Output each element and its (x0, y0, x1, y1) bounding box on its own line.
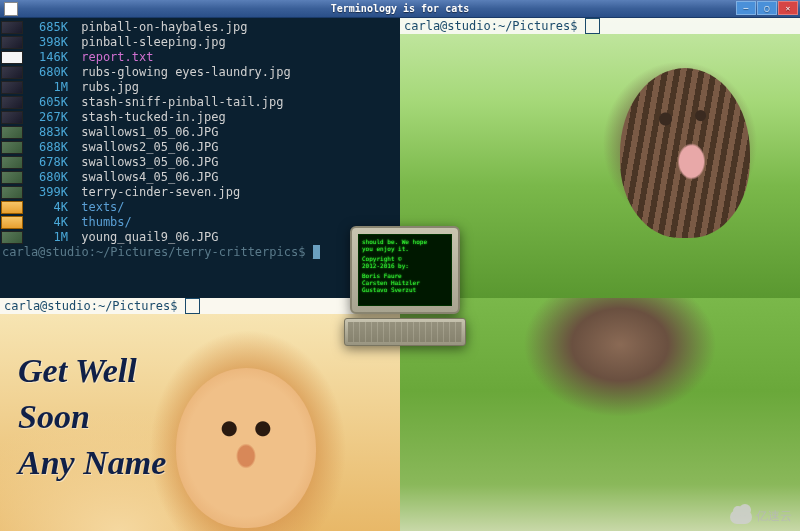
file-size: 1M (26, 80, 68, 95)
window-titlebar: Terminology is for cats — ▢ ✕ (0, 0, 800, 18)
file-size: 398K (26, 35, 68, 50)
list-item: 1M rubs.jpg (0, 80, 400, 95)
list-item: 146K report.txt (0, 50, 400, 65)
file-name: texts/ (74, 200, 125, 215)
file-thumbnail-icon (1, 231, 23, 244)
file-name: rubs-glowing eyes-laundry.jpg (74, 65, 291, 80)
file-size: 680K (26, 65, 68, 80)
list-item: 680K rubs-glowing eyes-laundry.jpg (0, 65, 400, 80)
file-size: 688K (26, 140, 68, 155)
cursor-icon (585, 18, 600, 34)
list-item: 688K swallows2_05_06.JPG (0, 140, 400, 155)
file-name: swallows2_05_06.JPG (74, 140, 219, 155)
about-dialog[interactable]: should be. We hope you enjoy it. Copyrig… (340, 226, 470, 358)
window-icon (4, 2, 18, 16)
file-name: pinball-sleeping.jpg (74, 35, 226, 50)
about-screen: should be. We hope you enjoy it. Copyrig… (358, 234, 452, 306)
file-name: swallows1_05_06.JPG (74, 125, 219, 140)
cursor-icon (185, 298, 200, 314)
file-size: 399K (26, 185, 68, 200)
file-size: 680K (26, 170, 68, 185)
about-line: Boris Faure (362, 272, 448, 279)
cloud-icon (730, 510, 752, 524)
file-thumbnail-icon (1, 36, 23, 49)
file-listing: 685K pinball-on-haybales.jpg398K pinball… (0, 20, 400, 245)
card-message: Get Well Soon Any Name (18, 348, 166, 486)
list-item: 685K pinball-on-haybales.jpg (0, 20, 400, 35)
file-name: stash-sniff-pinball-tail.jpg (74, 95, 284, 110)
file-size: 678K (26, 155, 68, 170)
list-item: 4K texts/ (0, 200, 400, 215)
about-line: Carsten Haitzler (362, 279, 448, 286)
file-thumbnail-icon (1, 81, 23, 94)
file-thumbnail-icon (1, 201, 23, 214)
card-line-1: Get Well (18, 348, 166, 394)
file-thumbnail-icon (1, 21, 23, 34)
file-name: swallows4_05_06.JPG (74, 170, 219, 185)
file-thumbnail-icon (1, 126, 23, 139)
file-thumbnail-icon (1, 66, 23, 79)
file-size: 605K (26, 95, 68, 110)
cursor-icon: _ (313, 245, 320, 259)
maximize-button[interactable]: ▢ (757, 1, 777, 15)
keyboard-icon (344, 318, 466, 346)
file-size: 146K (26, 50, 68, 65)
list-item: 605K stash-sniff-pinball-tail.jpg (0, 95, 400, 110)
file-name: thumbs/ (74, 215, 132, 230)
file-size: 883K (26, 125, 68, 140)
file-name: terry-cinder-seven.jpg (74, 185, 240, 200)
list-item: 680K swallows4_05_06.JPG (0, 170, 400, 185)
file-size: 1M (26, 230, 68, 245)
close-button[interactable]: ✕ (778, 1, 798, 15)
list-item: 399K terry-cinder-seven.jpg (0, 185, 400, 200)
file-name: stash-tucked-in.jpeg (74, 110, 226, 125)
file-thumbnail-icon (1, 156, 23, 169)
about-line: 2012-2016 by: (362, 262, 448, 269)
file-name: young_quail9_06.JPG (74, 230, 219, 245)
list-item: 398K pinball-sleeping.jpg (0, 35, 400, 50)
about-line: Gustavo Sverzut (362, 286, 448, 293)
file-name: rubs.jpg (74, 80, 139, 95)
file-name: report.txt (74, 50, 153, 65)
window-controls: — ▢ ✕ (736, 1, 798, 15)
list-item: 678K swallows3_05_06.JPG (0, 155, 400, 170)
file-size: 4K (26, 215, 68, 230)
window-title: Terminology is for cats (331, 3, 469, 14)
file-thumbnail-icon (1, 216, 23, 229)
watermark-text: 亿速云 (756, 508, 792, 525)
file-thumbnail-icon (1, 171, 23, 184)
prompt-text: carla@studio:~/Pictures$ (4, 299, 185, 313)
about-line: Copyright © (362, 255, 448, 262)
prompt-top-right: carla@studio:~/Pictures$ (400, 18, 800, 34)
card-line-2: Soon (18, 394, 166, 440)
about-line: you enjoy it. (362, 245, 448, 252)
list-item: 267K stash-tucked-in.jpeg (0, 110, 400, 125)
about-line: should be. We hope (362, 238, 448, 245)
file-thumbnail-icon (1, 51, 23, 64)
watermark: 亿速云 (730, 508, 792, 525)
file-thumbnail-icon (1, 111, 23, 124)
list-item: 883K swallows1_05_06.JPG (0, 125, 400, 140)
minimize-button[interactable]: — (736, 1, 756, 15)
prompt-text: carla@studio:~/Pictures/terry-critterpic… (2, 245, 305, 259)
file-thumbnail-icon (1, 141, 23, 154)
file-size: 685K (26, 20, 68, 35)
workspace: 685K pinball-on-haybales.jpg398K pinball… (0, 18, 800, 531)
prompt-text: carla@studio:~/Pictures$ (404, 19, 585, 33)
file-size: 267K (26, 110, 68, 125)
file-size: 4K (26, 200, 68, 215)
file-thumbnail-icon (1, 96, 23, 109)
file-name: swallows3_05_06.JPG (74, 155, 219, 170)
file-name: pinball-on-haybales.jpg (74, 20, 247, 35)
monitor-icon: should be. We hope you enjoy it. Copyrig… (350, 226, 460, 314)
card-line-3: Any Name (18, 440, 166, 486)
file-thumbnail-icon (1, 186, 23, 199)
